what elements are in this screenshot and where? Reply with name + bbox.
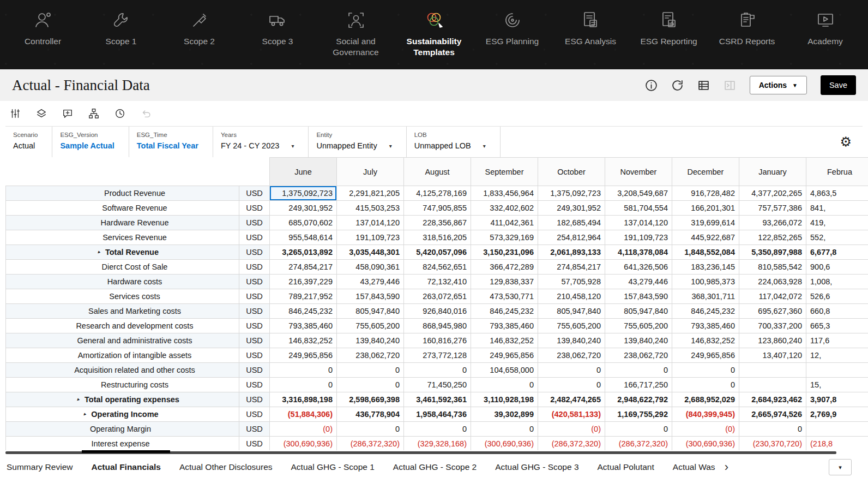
grid-cell[interactable]: 123,860,240: [739, 333, 806, 348]
grid-cell[interactable]: 458,090,361: [337, 260, 404, 275]
grid-cell[interactable]: 249,965,856: [270, 348, 337, 363]
column-header-july[interactable]: July: [337, 158, 404, 186]
tab-actual-ghg-scope-1[interactable]: Actual GHG - Scope 1: [282, 454, 384, 480]
tab-actual-polutant[interactable]: Actual Polutant: [588, 454, 664, 480]
undo-icon[interactable]: [141, 108, 152, 119]
grid-cell[interactable]: 805,947,840: [337, 304, 404, 319]
tab-scroll-right-icon[interactable]: ›: [720, 460, 733, 474]
grid-cell[interactable]: 13,407,120: [739, 348, 806, 363]
collapse-triangle-icon[interactable]: ▼: [75, 397, 81, 403]
grid-cell[interactable]: 755,605,200: [337, 319, 404, 333]
pov-member-value[interactable]: Unmapped Entity▾: [316, 141, 391, 150]
grid-cell[interactable]: 4,377,202,265: [739, 186, 806, 201]
grid-cell[interactable]: 210,458,120: [538, 289, 605, 304]
info-icon[interactable]: [645, 79, 658, 92]
grid-cell[interactable]: 43,279,446: [605, 275, 672, 289]
row-header-general-and-administrative-costs[interactable]: General and administrative costs: [6, 333, 239, 348]
chevron-down-icon[interactable]: ▾: [483, 143, 486, 149]
nav-item-esg-reporting[interactable]: ESG Reporting: [631, 8, 707, 69]
pov-years[interactable]: YearsFY 24 - CY 2023▾: [213, 127, 309, 157]
column-header-september[interactable]: September: [471, 158, 538, 186]
grid-cell[interactable]: (0): [672, 422, 739, 437]
grid-cell[interactable]: 139,840,240: [605, 333, 672, 348]
grid-cell[interactable]: 228,356,867: [404, 216, 471, 230]
nav-item-social-and-governance[interactable]: Social and Governance: [318, 8, 394, 69]
grid-cell[interactable]: 665,3: [806, 319, 868, 333]
grid-cell[interactable]: [806, 422, 868, 437]
grid-cell[interactable]: 39,302,899: [471, 407, 538, 422]
grid-cell[interactable]: 274,854,217: [538, 260, 605, 275]
grid-cell[interactable]: 868,945,980: [404, 319, 471, 333]
grid-cell[interactable]: 5,350,897,988: [739, 245, 806, 260]
grid-cell[interactable]: 846,245,232: [270, 304, 337, 319]
grid-cell[interactable]: 15,: [806, 378, 868, 392]
grid-cell[interactable]: (300,690,936): [471, 437, 538, 451]
grid-cell[interactable]: 5,420,057,096: [404, 245, 471, 260]
grid-cell[interactable]: 793,385,460: [471, 319, 538, 333]
grid-cell[interactable]: (329,328,168): [404, 437, 471, 451]
grid-cell[interactable]: 157,843,590: [605, 289, 672, 304]
grid-cell[interactable]: 93,266,072: [739, 216, 806, 230]
grid-cell[interactable]: 411,042,361: [471, 216, 538, 230]
grid-cell[interactable]: 273,772,128: [404, 348, 471, 363]
grid-cell[interactable]: 332,402,602: [471, 201, 538, 216]
grid-cell[interactable]: 2,598,669,398: [337, 392, 404, 407]
nav-item-scope-2[interactable]: Scope 2: [162, 8, 237, 69]
grid-cell[interactable]: 146,832,252: [270, 333, 337, 348]
nav-item-csrd-reports[interactable]: CSRD Reports: [709, 8, 785, 69]
grid-cell[interactable]: 700,337,200: [739, 319, 806, 333]
layers-icon[interactable]: [36, 108, 47, 119]
grid-cell[interactable]: 473,530,771: [471, 289, 538, 304]
grid-cell[interactable]: [806, 363, 868, 378]
row-header-services-revenue[interactable]: Services Revenue: [6, 230, 239, 245]
refresh-icon[interactable]: [671, 79, 684, 92]
column-header-june[interactable]: June: [270, 158, 337, 186]
grid-cell[interactable]: 0: [404, 422, 471, 437]
tab-overflow-button[interactable]: ▾: [829, 459, 852, 475]
grid-cell[interactable]: 0: [605, 422, 672, 437]
tab-actual-other-disclosures[interactable]: Actual Other Disclosures: [170, 454, 282, 480]
row-header-software-revenue[interactable]: Software Revenue: [6, 201, 239, 216]
grid-cell[interactable]: 160,816,276: [404, 333, 471, 348]
grid-cell[interactable]: 685,070,602: [270, 216, 337, 230]
row-header-hardware-revenue[interactable]: Hardware Revenue: [6, 216, 239, 230]
grid-cell[interactable]: 747,905,855: [404, 201, 471, 216]
grid-cell[interactable]: 166,201,301: [672, 201, 739, 216]
grid-cell[interactable]: 900,6: [806, 260, 868, 275]
comment-add-icon[interactable]: [62, 108, 73, 119]
nav-item-esg-planning[interactable]: ESG Planning: [475, 8, 550, 69]
nav-item-sustainability-templates[interactable]: Sustainability Templates: [396, 8, 472, 69]
grid-cell[interactable]: 660,8: [806, 304, 868, 319]
grid-cell[interactable]: 100,985,373: [672, 275, 739, 289]
settings-gear-icon[interactable]: ⚙: [840, 134, 863, 150]
hierarchy-icon[interactable]: [88, 108, 99, 119]
column-header-december[interactable]: December: [672, 158, 739, 186]
pov-member-value[interactable]: Unmapped LOB▾: [414, 141, 486, 150]
pov-esg-time[interactable]: ESG_TimeTotal Fiscal Year: [129, 127, 213, 157]
grid-cell[interactable]: 137,014,120: [605, 216, 672, 230]
collapse-triangle-icon[interactable]: ▼: [81, 412, 88, 418]
grid-cell[interactable]: 183,236,145: [672, 260, 739, 275]
row-header-total-revenue[interactable]: ▼Total Revenue: [6, 245, 239, 260]
grid-cell[interactable]: 0: [404, 363, 471, 378]
grid-cell[interactable]: 1,833,456,964: [471, 186, 538, 201]
tab-actual-financials[interactable]: Actual Financials: [82, 454, 170, 480]
grid-cell[interactable]: (230,370,720): [739, 437, 806, 451]
grid-cell[interactable]: 805,947,840: [538, 304, 605, 319]
grid-cell[interactable]: 182,685,494: [538, 216, 605, 230]
grid-cell[interactable]: (0): [270, 422, 337, 437]
grid-cell[interactable]: 2,948,622,792: [605, 392, 672, 407]
grid-cell[interactable]: 4,118,378,084: [605, 245, 672, 260]
grid-cell[interactable]: 318,516,205: [404, 230, 471, 245]
grid-cell[interactable]: 249,965,856: [471, 348, 538, 363]
grid-cell[interactable]: 695,627,360: [739, 304, 806, 319]
history-icon[interactable]: [114, 108, 125, 119]
grid-cell[interactable]: (286,372,320): [337, 437, 404, 451]
grid-cell[interactable]: 2,769,9: [806, 407, 868, 422]
grid-cell[interactable]: 238,062,720: [538, 348, 605, 363]
pov-member-value[interactable]: Sample Actual: [60, 141, 114, 150]
grid-cell[interactable]: 3,461,592,361: [404, 392, 471, 407]
grid-cell[interactable]: 1,375,092,723: [270, 186, 337, 201]
grid-cell[interactable]: 191,109,723: [605, 230, 672, 245]
grid-cell[interactable]: 0: [605, 363, 672, 378]
